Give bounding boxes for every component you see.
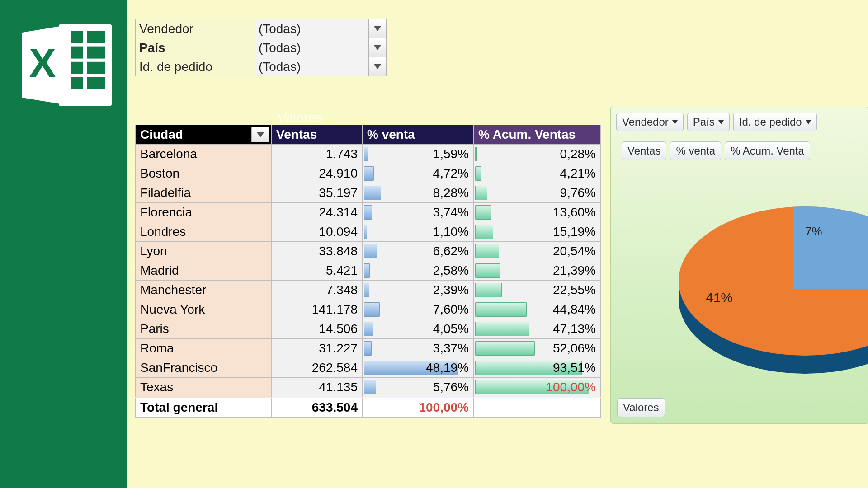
cell-sales: 7.348 bbox=[272, 281, 363, 300]
cell-city: Madrid bbox=[136, 261, 272, 281]
city-filter-dropdown[interactable] bbox=[251, 127, 269, 142]
cell-sales: 24.910 bbox=[272, 164, 363, 183]
cell-sales: 10.094 bbox=[272, 222, 363, 242]
pie-label-top: 7% bbox=[805, 225, 822, 239]
cell-cum-pct: 93,51% bbox=[474, 358, 601, 378]
cell-city: Texas bbox=[136, 378, 272, 398]
cell-city: Roma bbox=[136, 339, 272, 358]
cell-pct: 48,19% bbox=[363, 358, 474, 378]
chart-value-chip[interactable]: Ventas bbox=[622, 141, 666, 160]
cell-cum-pct: 15,19% bbox=[474, 222, 601, 242]
report-filters: Vendedor(Todas)País(Todas)Id. de pedido(… bbox=[135, 19, 386, 76]
cell-cum-pct: 100,00% bbox=[474, 378, 601, 398]
cell-sales: 35.197 bbox=[272, 183, 363, 203]
table-row[interactable]: Nueva York141.1787,60%44,84% bbox=[136, 300, 601, 319]
work-area: Vendedor(Todas)País(Todas)Id. de pedido(… bbox=[127, 0, 868, 488]
cell-sales: 33.848 bbox=[272, 242, 363, 261]
chevron-down-icon bbox=[718, 120, 724, 124]
cell-pct: 5,76% bbox=[363, 378, 474, 398]
cell-cum-pct: 44,84% bbox=[474, 300, 601, 319]
table-row[interactable]: Paris14.5064,05%47,13% bbox=[136, 319, 601, 339]
totals-row: Total general 633.504 100,00% bbox=[136, 398, 601, 418]
cell-sales: 141.178 bbox=[272, 300, 363, 319]
chart-axis-chip[interactable]: Valores bbox=[617, 398, 665, 417]
left-brand-strip: X bbox=[0, 0, 127, 488]
filter-label: País bbox=[136, 38, 255, 57]
cell-cum-pct: 22,55% bbox=[474, 281, 601, 300]
cell-pct: 1,10% bbox=[363, 222, 474, 242]
table-row[interactable]: Texas41.1355,76%100,00% bbox=[136, 378, 601, 398]
cell-pct: 1,59% bbox=[363, 145, 474, 164]
chart-filter-chip[interactable]: País bbox=[687, 113, 730, 131]
col-header-sales[interactable]: Ventas bbox=[272, 125, 363, 145]
col-header-pct[interactable]: % venta bbox=[363, 125, 474, 145]
cell-city: Paris bbox=[136, 319, 272, 339]
chevron-down-icon bbox=[257, 132, 264, 137]
filter-value[interactable]: (Todas) bbox=[255, 57, 368, 76]
table-row[interactable]: Lyon33.8486,62%20,54% bbox=[136, 242, 601, 261]
table-row[interactable]: Boston24.9104,72%4,21% bbox=[136, 164, 601, 183]
cell-pct: 6,62% bbox=[363, 242, 474, 261]
table-row[interactable]: Florencia24.3143,74%13,60% bbox=[136, 203, 601, 222]
pie-label-side: 41% bbox=[706, 290, 733, 305]
cell-pct: 2,39% bbox=[363, 281, 474, 300]
cell-sales: 31.227 bbox=[272, 339, 363, 358]
table-row[interactable]: SanFrancisco262.58448,19%93,51% bbox=[136, 358, 601, 378]
table-row[interactable]: Madrid5.4212,58%21,39% bbox=[136, 261, 601, 281]
table-row[interactable]: Barcelona1.7431,59%0,28% bbox=[136, 145, 601, 164]
totals-cum bbox=[474, 398, 601, 418]
chart-value-chip[interactable]: % venta bbox=[670, 141, 721, 160]
chevron-down-icon bbox=[374, 45, 381, 50]
cell-cum-pct: 9,76% bbox=[474, 183, 601, 203]
cell-sales: 262.584 bbox=[272, 358, 363, 378]
cell-cum-pct: 52,06% bbox=[474, 339, 601, 358]
values-ghost-label: Valores bbox=[278, 110, 323, 126]
chart-filter-chip[interactable]: Vendedor bbox=[616, 113, 684, 131]
cell-pct: 4,05% bbox=[363, 319, 474, 339]
cell-cum-pct: 0,28% bbox=[474, 145, 601, 164]
cell-sales: 1.743 bbox=[272, 145, 363, 164]
cell-sales: 41.135 bbox=[272, 378, 363, 398]
chart-filter-chips: VendedorPaísId. de pedido bbox=[611, 107, 868, 133]
chart-value-chips: Ventas% venta% Acum. Venta bbox=[611, 140, 868, 162]
chart-filter-chip[interactable]: Id. de pedido bbox=[733, 113, 817, 131]
filter-dropdown[interactable] bbox=[368, 19, 386, 38]
pie-chart[interactable] bbox=[679, 197, 868, 378]
filter-value[interactable]: (Todas) bbox=[255, 38, 368, 57]
cell-sales: 14.506 bbox=[272, 319, 363, 339]
table-row[interactable]: Londres10.0941,10%15,19% bbox=[136, 222, 601, 242]
cell-cum-pct: 47,13% bbox=[474, 319, 601, 339]
cell-city: Boston bbox=[136, 164, 272, 183]
totals-pct: 100,00% bbox=[363, 398, 474, 418]
col-header-city[interactable]: Ciudad bbox=[136, 125, 272, 145]
totals-label: Total general bbox=[136, 398, 272, 418]
filter-row: Id. de pedido(Todas) bbox=[136, 57, 386, 76]
table-row[interactable]: Roma31.2273,37%52,06% bbox=[136, 339, 601, 358]
cell-pct: 7,60% bbox=[363, 300, 474, 319]
cell-pct: 8,28% bbox=[363, 183, 474, 203]
chevron-down-icon bbox=[374, 26, 381, 31]
cell-city: SanFrancisco bbox=[136, 358, 272, 378]
filter-row: País(Todas) bbox=[136, 38, 386, 57]
cell-cum-pct: 4,21% bbox=[474, 164, 601, 183]
table-row[interactable]: Manchester7.3482,39%22,55% bbox=[136, 281, 601, 300]
chevron-down-icon bbox=[374, 64, 381, 69]
cell-sales: 24.314 bbox=[272, 203, 363, 222]
chart-value-chip[interactable]: % Acum. Venta bbox=[725, 141, 810, 160]
filter-dropdown[interactable] bbox=[368, 57, 386, 76]
cell-pct: 3,74% bbox=[363, 203, 474, 222]
filter-label: Id. de pedido bbox=[136, 57, 255, 76]
pivot-table: Ciudad Ventas % venta % Acum. Ventas Bar… bbox=[135, 125, 601, 418]
cell-cum-pct: 21,39% bbox=[474, 261, 601, 281]
chevron-down-icon bbox=[672, 120, 678, 124]
pivot-chart-panel[interactable]: VendedorPaísId. de pedido Ventas% venta%… bbox=[610, 107, 868, 424]
svg-text:X: X bbox=[29, 41, 56, 86]
cell-cum-pct: 13,60% bbox=[474, 203, 601, 222]
cell-pct: 2,58% bbox=[363, 261, 474, 281]
filter-value[interactable]: (Todas) bbox=[255, 19, 368, 38]
col-header-cum-pct[interactable]: % Acum. Ventas bbox=[474, 125, 601, 145]
filter-dropdown[interactable] bbox=[368, 38, 386, 57]
cell-pct: 3,37% bbox=[363, 339, 474, 358]
table-row[interactable]: Filadelfia35.1978,28%9,76% bbox=[136, 183, 601, 203]
cell-city: Londres bbox=[136, 222, 272, 242]
